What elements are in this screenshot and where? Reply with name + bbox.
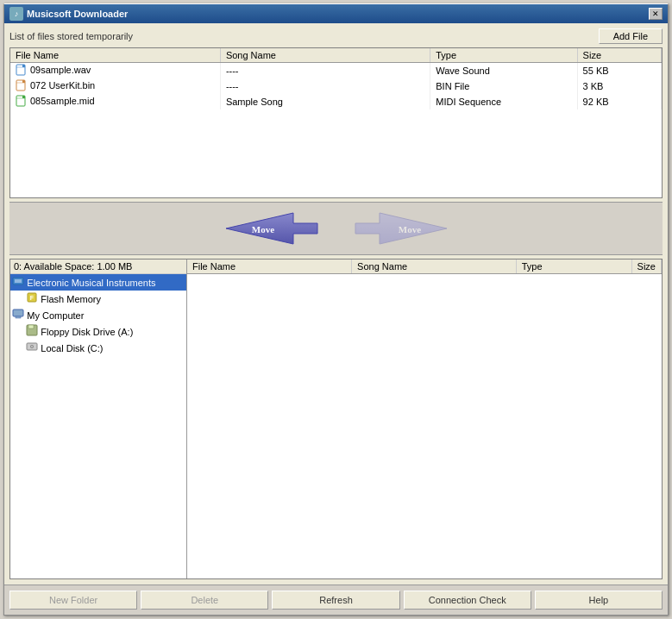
- delete-button[interactable]: Delete: [141, 591, 268, 610]
- tree-node-label: My Computer: [27, 310, 84, 321]
- close-button[interactable]: ✕: [649, 8, 663, 20]
- disk-icon: [26, 341, 38, 355]
- app-icon: ♪: [9, 7, 23, 21]
- svg-rect-18: [16, 316, 21, 318]
- svg-rect-4: [22, 80, 25, 83]
- list-label: List of files stored temporarily: [9, 31, 133, 41]
- detail-table: File Name Song Name Type Size: [187, 259, 662, 274]
- svg-text:Move: Move: [251, 224, 273, 234]
- cell-filename: 072 UserKit.bin: [10, 78, 220, 94]
- top-header: List of files stored temporarily Add Fil…: [9, 28, 663, 44]
- add-file-button[interactable]: Add File: [599, 28, 663, 44]
- detail-panel: File Name Song Name Type Size: [187, 259, 662, 578]
- title-bar-left: ♪ Musicsoft Downloader: [9, 7, 128, 21]
- cell-size: 3 KB: [577, 78, 661, 94]
- col-filename: File Name: [10, 48, 220, 63]
- move-section: Move Move: [9, 202, 663, 255]
- svg-rect-17: [13, 310, 23, 316]
- svg-rect-20: [28, 325, 34, 328]
- bottom-section: 0: Available Space: 1.00 MB Electronic M…: [9, 259, 663, 579]
- svg-rect-7: [22, 96, 25, 98]
- move-down-button[interactable]: Move: [224, 209, 319, 247]
- tree-panel: 0: Available Space: 1.00 MB Electronic M…: [10, 259, 187, 578]
- tree-node-computer[interactable]: My Computer: [10, 307, 186, 323]
- connection-check-button[interactable]: Connection Check: [404, 591, 531, 610]
- new-folder-button[interactable]: New Folder: [9, 591, 137, 610]
- tree-node-label: Flash Memory: [41, 294, 101, 304]
- bottom-buttons: New Folder Delete Refresh Connection Che…: [4, 585, 668, 615]
- svg-text:Move: Move: [398, 224, 420, 234]
- svg-point-23: [31, 346, 33, 347]
- tree-node-label: Local Disk (C:): [41, 343, 103, 353]
- help-button[interactable]: Help: [535, 591, 663, 610]
- cell-size: 92 KB: [577, 94, 661, 109]
- window-title: Musicsoft Downloader: [27, 9, 128, 19]
- cell-songname: ----: [220, 63, 430, 79]
- tree-node-floppy[interactable]: Floppy Disk Drive (A:): [10, 323, 186, 340]
- table-row[interactable]: 085sample.mid Sample Song MIDI Sequence …: [10, 94, 662, 109]
- cell-size: 55 KB: [577, 63, 661, 79]
- col-songname: Song Name: [220, 48, 430, 63]
- computer-icon: [12, 308, 24, 322]
- table-row[interactable]: 09sample.wav ---- Wave Sound 55 KB: [10, 63, 662, 79]
- cell-type: Wave Sound: [430, 63, 577, 79]
- cell-type: BIN File: [430, 78, 577, 94]
- top-file-table: File Name Song Name Type Size 09sample.w…: [10, 48, 662, 109]
- flash-icon: F: [26, 291, 38, 306]
- title-controls: ✕: [649, 8, 663, 20]
- svg-rect-1: [22, 65, 25, 67]
- device-icon: [12, 275, 24, 290]
- detail-col-filename: File Name: [187, 259, 352, 274]
- cell-songname: Sample Song: [220, 94, 430, 109]
- main-window: ♪ Musicsoft Downloader ✕ List of files s…: [3, 3, 669, 616]
- top-section: List of files stored temporarily Add Fil…: [9, 28, 663, 198]
- tree-node-label: Electronic Musical Instruments: [27, 278, 155, 288]
- cell-type: MIDI Sequence: [430, 94, 577, 109]
- detail-col-songname: Song Name: [352, 259, 517, 274]
- tree-status: 0: Available Space: 1.00 MB: [10, 259, 186, 274]
- tree-node-label: Floppy Disk Drive (A:): [41, 327, 133, 337]
- tree-node-disk[interactable]: Local Disk (C:): [10, 340, 186, 356]
- svg-text:F: F: [30, 295, 35, 301]
- tree-node-flash[interactable]: F Flash Memory: [10, 291, 186, 307]
- floppy-icon: [26, 324, 38, 339]
- col-size: Size: [577, 48, 661, 63]
- detail-col-size: Size: [631, 259, 661, 274]
- col-type: Type: [430, 48, 577, 63]
- top-file-table-container: File Name Song Name Type Size 09sample.w…: [9, 47, 663, 198]
- tree-node-device[interactable]: Electronic Musical Instruments: [10, 274, 186, 291]
- svg-rect-14: [15, 279, 22, 283]
- cell-songname: ----: [220, 78, 430, 94]
- main-content: List of files stored temporarily Add Fil…: [4, 23, 668, 585]
- table-row[interactable]: 072 UserKit.bin ---- BIN File 3 KB: [10, 78, 662, 94]
- title-bar: ♪ Musicsoft Downloader ✕: [4, 4, 668, 23]
- move-up-button[interactable]: Move: [354, 209, 449, 247]
- cell-filename: 09sample.wav: [10, 63, 220, 79]
- cell-filename: 085sample.mid: [10, 94, 220, 109]
- detail-col-type: Type: [516, 259, 631, 274]
- refresh-button[interactable]: Refresh: [272, 591, 399, 610]
